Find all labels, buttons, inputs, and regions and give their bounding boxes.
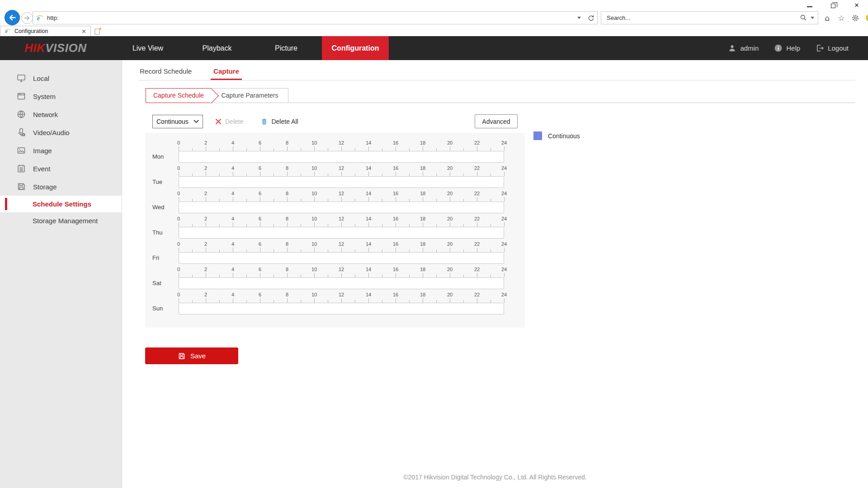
home-button[interactable]: ⌂ bbox=[822, 12, 833, 24]
hour-tick-label: 6 bbox=[259, 241, 261, 247]
back-icon bbox=[7, 13, 17, 23]
logo-part-gray: VISION bbox=[45, 41, 86, 55]
feedback-button[interactable] bbox=[864, 12, 868, 24]
user-menu[interactable]: admin bbox=[728, 44, 759, 52]
hour-tick-label: 12 bbox=[339, 241, 344, 247]
sidebar-item-event[interactable]: Event bbox=[0, 160, 122, 178]
search-input[interactable] bbox=[607, 14, 800, 21]
sidebar-subitem-schedule-settings[interactable]: Schedule Settings bbox=[0, 196, 122, 212]
subtab-capture-parameters[interactable]: Capture Parameters bbox=[211, 88, 288, 103]
hour-tick-label: 0 bbox=[177, 191, 180, 196]
tick-marks bbox=[179, 171, 504, 176]
schedule-row-tue: Tue024681012141618202224 bbox=[179, 165, 504, 189]
sidebar-item-local[interactable]: Local bbox=[0, 69, 122, 87]
timeline-bar-tue[interactable] bbox=[179, 176, 504, 188]
tick-mark bbox=[314, 273, 315, 277]
favorites-star-icon: ☆ bbox=[838, 14, 844, 23]
hour-tick-label: 8 bbox=[286, 140, 288, 145]
hour-tick-label: 10 bbox=[311, 216, 317, 221]
main-nav: Live ViewPlaybackPictureConfiguration bbox=[114, 36, 389, 60]
hour-tick-label: 6 bbox=[259, 165, 261, 171]
legend-swatch bbox=[533, 131, 542, 140]
timeline-bar-thu[interactable] bbox=[179, 227, 504, 239]
address-bar[interactable]: e http: bbox=[33, 11, 598, 24]
tick-mark bbox=[287, 248, 288, 252]
nav-item-picture[interactable]: Picture bbox=[253, 36, 320, 60]
tick-mark bbox=[206, 146, 206, 151]
sidebar-item-storage[interactable]: Storage bbox=[0, 178, 122, 196]
sidebar-item-label: Image bbox=[33, 147, 52, 155]
sidebar-item-image[interactable]: Image bbox=[0, 141, 122, 160]
address-dropdown-icon[interactable] bbox=[577, 17, 581, 19]
browser-tab-configuration[interactable]: e Configuration ✕ bbox=[0, 26, 91, 36]
tab-record-schedule[interactable]: Record Schedule bbox=[137, 67, 194, 80]
timeline-bar-mon[interactable] bbox=[179, 151, 504, 163]
window-minimize-button[interactable] bbox=[805, 2, 815, 9]
sidebar-item-system[interactable]: System bbox=[0, 87, 122, 105]
hour-tick-label: 6 bbox=[259, 216, 261, 221]
nav-item-live-view[interactable]: Live View bbox=[114, 36, 181, 60]
sidebar-item-video-audio[interactable]: Video/Audio bbox=[0, 123, 122, 141]
refresh-icon[interactable] bbox=[587, 14, 594, 22]
search-icon[interactable] bbox=[800, 14, 807, 22]
tick-mark bbox=[314, 222, 315, 227]
user-icon bbox=[728, 44, 736, 52]
delete-button[interactable]: Delete bbox=[215, 118, 243, 125]
nav-item-configuration[interactable]: Configuration bbox=[322, 36, 389, 60]
save-button[interactable]: Save bbox=[145, 347, 238, 364]
window-icon bbox=[16, 91, 26, 101]
browser-back-button[interactable] bbox=[5, 10, 20, 25]
subtab-capture-schedule[interactable]: Capture Schedule bbox=[146, 88, 212, 103]
timeline-bar-sat[interactable] bbox=[179, 277, 504, 289]
tick-marks bbox=[179, 247, 504, 252]
tick-mark bbox=[477, 273, 477, 277]
event-icon bbox=[16, 164, 26, 174]
hour-tick-label: 24 bbox=[501, 140, 507, 145]
hour-tick-label: 10 bbox=[311, 165, 317, 171]
hour-tick-label: 22 bbox=[474, 241, 480, 247]
search-dropdown-icon[interactable] bbox=[811, 17, 814, 19]
tab-capture[interactable]: Capture bbox=[211, 67, 242, 80]
timeline-bar-wed[interactable] bbox=[179, 202, 504, 213]
tick-marks bbox=[179, 146, 504, 151]
tools-button[interactable] bbox=[850, 12, 861, 24]
nav-item-playback[interactable]: Playback bbox=[184, 36, 250, 60]
tick-mark bbox=[233, 273, 233, 277]
hour-tick-label: 16 bbox=[393, 165, 398, 171]
forward-icon bbox=[23, 14, 31, 22]
tick-mark bbox=[341, 146, 342, 151]
tick-mark bbox=[423, 222, 423, 227]
delete-all-button[interactable]: Delete All bbox=[260, 117, 298, 126]
window-restore-button[interactable] bbox=[828, 2, 838, 9]
schedule-row-sat: Sat024681012141618202224 bbox=[179, 267, 504, 290]
legend-item-continuous: Continuous bbox=[533, 131, 580, 140]
logout-button[interactable]: Logout bbox=[816, 44, 849, 52]
save-label: Save bbox=[190, 352, 206, 360]
tick-mark bbox=[314, 197, 315, 202]
advanced-button[interactable]: Advanced bbox=[475, 114, 518, 128]
help-button[interactable]: Help bbox=[774, 44, 800, 52]
browser-forward-button[interactable] bbox=[21, 12, 33, 24]
timeline-bar-sun[interactable] bbox=[179, 303, 504, 314]
window-close-button[interactable]: × bbox=[852, 2, 862, 9]
tick-mark bbox=[504, 172, 505, 176]
sidebar-subitem-storage-management[interactable]: Storage Management bbox=[0, 212, 122, 229]
record-type-select[interactable]: Continuous bbox=[152, 115, 203, 128]
hour-tick-label: 14 bbox=[366, 241, 371, 247]
storage-icon bbox=[16, 182, 26, 192]
tick-mark bbox=[341, 273, 342, 277]
sidebar-item-label: Network bbox=[33, 111, 58, 118]
day-label: Thu bbox=[152, 227, 176, 239]
tick-mark bbox=[423, 248, 423, 252]
timeline-bar-fri[interactable] bbox=[179, 252, 504, 264]
monitor-icon bbox=[16, 73, 26, 83]
sidebar-item-network[interactable]: Network bbox=[0, 105, 122, 123]
favorites-button[interactable]: ☆ bbox=[836, 12, 847, 24]
tick-mark bbox=[504, 273, 505, 277]
new-tab-button[interactable] bbox=[92, 26, 104, 36]
hour-tick-label: 16 bbox=[393, 216, 398, 221]
tick-mark bbox=[504, 248, 505, 252]
tick-mark bbox=[450, 172, 450, 176]
footer-copyright: ©2017 Hikvision Digital Technology Co., … bbox=[122, 474, 868, 481]
tab-close-icon[interactable]: ✕ bbox=[80, 28, 88, 35]
